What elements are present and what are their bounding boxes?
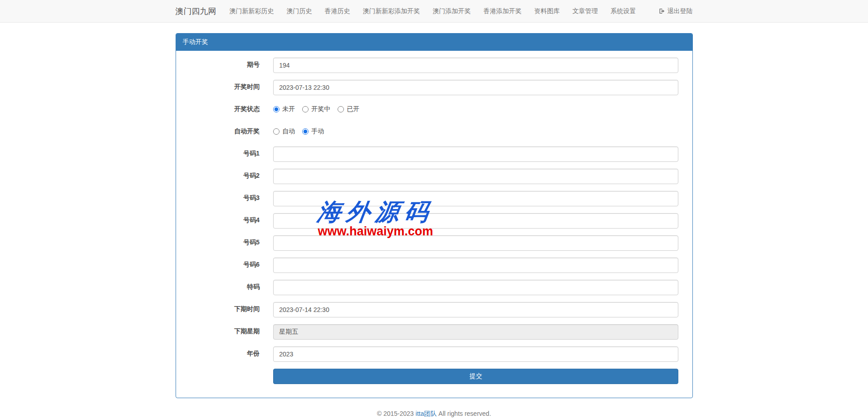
top-navbar: 澳门四九网 澳门新新彩历史澳门历史香港历史澳门新新彩添加开奖澳门添加开奖香港添加…: [0, 0, 868, 23]
draw-status-option-2-radio[interactable]: [302, 106, 309, 112]
nav-link-5[interactable]: 澳门添加开奖: [427, 0, 477, 22]
footer-copyright: © 2015-2023: [377, 410, 414, 417]
special-code-input[interactable]: [273, 280, 678, 295]
field-label-draw-time: 开奖时间: [183, 80, 267, 95]
number-3-input[interactable]: [273, 191, 678, 206]
nav-link-9[interactable]: 系统设置: [604, 0, 642, 22]
auto-draw-option-1-label: 自动: [282, 127, 295, 136]
field-label-number-6: 号码6: [183, 258, 267, 273]
draw-status-option-1-radio[interactable]: [273, 106, 280, 112]
issue-number-input[interactable]: [273, 58, 678, 73]
number-6-input[interactable]: [273, 258, 678, 273]
next-weekday-input: [273, 324, 678, 340]
draw-time-input[interactable]: [273, 80, 678, 95]
field-label-special-code: 特码: [183, 280, 267, 295]
field-label-number-1: 号码1: [183, 146, 267, 162]
submit-row: 提交: [183, 369, 686, 384]
footer-rights: All rights reserved.: [438, 410, 491, 417]
field-label-number-2: 号码2: [183, 169, 267, 184]
nav-link-2[interactable]: 澳门历史: [280, 0, 319, 22]
nav-link-3[interactable]: 香港历史: [319, 0, 357, 22]
form-row-number-1: 号码1: [183, 146, 686, 162]
sign-out-icon: [658, 8, 665, 15]
draw-status-option-3-label: 已开: [347, 105, 359, 113]
draw-status-option-2-label: 开奖中: [311, 105, 330, 113]
form-row-special-code: 特码: [183, 280, 686, 295]
auto-draw-option-2[interactable]: 手动: [302, 127, 324, 136]
auto-draw-option-1-radio[interactable]: [273, 128, 280, 135]
panel-title: 手动开奖: [176, 34, 692, 51]
form-row-next-draw-time: 下期时间: [183, 302, 686, 317]
year-input[interactable]: [273, 346, 678, 362]
draw-status-option-1-label: 未开: [282, 105, 295, 113]
nav-link-4[interactable]: 澳门新新彩添加开奖: [357, 0, 427, 22]
form-row-issue-number: 期号: [183, 58, 686, 73]
field-label-number-5: 号码5: [183, 235, 267, 251]
draw-status-option-1[interactable]: 未开: [273, 105, 295, 113]
form-row-auto-draw: 自动开奖自动手动: [183, 124, 686, 140]
form-row-number-6: 号码6: [183, 258, 686, 273]
form-row-number-3: 号码3: [183, 191, 686, 206]
field-label-number-3: 号码3: [183, 191, 267, 206]
nav-link-1[interactable]: 澳门新新彩历史: [223, 0, 280, 22]
manual-draw-form: 期号开奖时间开奖状态未开开奖中已开自动开奖自动手动号码1号码2号码3号码4号码5…: [183, 58, 686, 384]
field-label-draw-status: 开奖状态: [183, 102, 267, 117]
number-1-input[interactable]: [273, 146, 678, 162]
panel-body: 期号开奖时间开奖状态未开开奖中已开自动开奖自动手动号码1号码2号码3号码4号码5…: [176, 51, 692, 398]
draw-status-radio-group: 未开开奖中已开: [273, 102, 678, 113]
form-row-draw-status: 开奖状态未开开奖中已开: [183, 102, 686, 117]
auto-draw-option-1[interactable]: 自动: [273, 127, 295, 136]
number-2-input[interactable]: [273, 169, 678, 184]
logout-link[interactable]: 退出登陆: [652, 0, 693, 22]
auto-draw-option-2-label: 手动: [311, 127, 324, 136]
field-label-year: 年份: [183, 346, 267, 362]
brand-link[interactable]: 澳门四九网: [176, 0, 223, 22]
form-row-number-2: 号码2: [183, 169, 686, 184]
auto-draw-radio-group: 自动手动: [273, 124, 678, 136]
field-label-next-draw-time: 下期时间: [183, 302, 267, 317]
field-label-number-4: 号码4: [183, 213, 267, 229]
nav-link-8[interactable]: 文章管理: [566, 0, 604, 22]
logout-label: 退出登陆: [667, 7, 693, 15]
number-4-input[interactable]: [273, 213, 678, 229]
form-row-number-4: 号码4: [183, 213, 686, 229]
field-label-auto-draw: 自动开奖: [183, 124, 267, 140]
next-draw-time-input[interactable]: [273, 302, 678, 317]
form-row-next-weekday: 下期星期: [183, 324, 686, 340]
manual-draw-panel: 手动开奖 期号开奖时间开奖状态未开开奖中已开自动开奖自动手动号码1号码2号码3号…: [176, 33, 693, 398]
main-container: 手动开奖 期号开奖时间开奖状态未开开奖中已开自动开奖自动手动号码1号码2号码3号…: [169, 33, 700, 418]
nav-link-7[interactable]: 资料图库: [528, 0, 566, 22]
number-5-input[interactable]: [273, 235, 678, 251]
draw-status-option-3[interactable]: 已开: [338, 105, 359, 113]
main-nav: 澳门新新彩历史澳门历史香港历史澳门新新彩添加开奖澳门添加开奖香港添加开奖资料图库…: [223, 0, 693, 22]
form-row-number-5: 号码5: [183, 235, 686, 251]
auto-draw-option-2-radio[interactable]: [302, 128, 309, 135]
footer: © 2015-2023 itta团队 All rights reserved.: [176, 410, 693, 418]
field-label-issue-number: 期号: [183, 58, 267, 73]
nav-link-6[interactable]: 香港添加开奖: [477, 0, 528, 22]
form-row-year: 年份: [183, 346, 686, 362]
draw-status-option-3-radio[interactable]: [338, 106, 344, 112]
submit-button[interactable]: 提交: [273, 369, 678, 384]
field-label-next-weekday: 下期星期: [183, 324, 267, 340]
draw-status-option-2[interactable]: 开奖中: [302, 105, 330, 113]
footer-team-link[interactable]: itta团队: [416, 410, 437, 417]
form-row-draw-time: 开奖时间: [183, 80, 686, 95]
